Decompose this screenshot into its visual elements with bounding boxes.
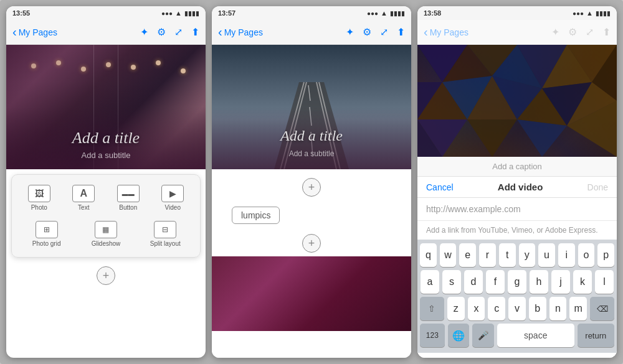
battery-icon-r: ▮▮▮▮ bbox=[596, 10, 611, 17]
key-z[interactable]: z bbox=[447, 297, 465, 320]
time-left: 13:55 bbox=[12, 9, 30, 17]
add-video-title: Add video bbox=[498, 182, 543, 192]
key-w[interactable]: w bbox=[440, 243, 457, 267]
key-c[interactable]: c bbox=[488, 297, 505, 320]
phone-left: 13:55 ●●● ▲ ▮▮▮▮ My Pages ✦ ⚙ ⤢ ⬆ bbox=[6, 6, 206, 358]
glideshow-icon: ▦ bbox=[95, 221, 117, 238]
keyboard: q w e r t y u i o p a s d f g h bbox=[417, 240, 617, 353]
popup-photo-grid[interactable]: ⊞ Photo grid bbox=[18, 217, 75, 251]
svg-marker-27 bbox=[517, 119, 567, 157]
video-icon: ▶ bbox=[161, 185, 184, 202]
key-x[interactable]: x bbox=[468, 297, 485, 320]
middle-subtitle[interactable]: Add a subtitle bbox=[212, 149, 411, 158]
button-icon: ▬▬ bbox=[117, 185, 140, 202]
tag-button[interactable]: lumpics bbox=[232, 207, 280, 224]
hero-title-left[interactable]: Add a title bbox=[6, 129, 206, 147]
key-k[interactable]: k bbox=[573, 270, 592, 294]
popup-button[interactable]: ▬▬ Button bbox=[107, 181, 150, 215]
expand-icon-r[interactable]: ⤢ bbox=[586, 26, 594, 38]
magic-wand-icon-m[interactable]: ✦ bbox=[346, 26, 354, 38]
add-button-middle-top[interactable]: + bbox=[302, 178, 321, 197]
return-key[interactable]: return bbox=[578, 324, 614, 347]
back-button-left[interactable]: My Pages bbox=[12, 25, 57, 39]
key-y[interactable]: y bbox=[519, 243, 536, 267]
popup-photo[interactable]: 🖼 Photo bbox=[18, 181, 60, 215]
popup-split-layout[interactable]: ⊟ Split layout bbox=[137, 217, 194, 251]
key-p[interactable]: p bbox=[597, 243, 614, 267]
share-icon-m[interactable]: ⬆ bbox=[397, 26, 405, 38]
content-left: Add a title Add a subtitle 🖼 Photo A Tex… bbox=[6, 45, 206, 358]
status-bar-middle: 13:57 ●●● ▲ ▮▮▮▮ bbox=[212, 6, 411, 20]
caption-label[interactable]: Add a caption bbox=[417, 157, 617, 177]
back-button-middle[interactable]: My Pages bbox=[218, 25, 263, 39]
key-q[interactable]: q bbox=[420, 243, 437, 267]
nav-actions-middle: ✦ ⚙ ⤢ ⬆ bbox=[346, 26, 405, 38]
magic-wand-icon[interactable]: ✦ bbox=[140, 26, 148, 38]
globe-key[interactable]: 🌐 bbox=[448, 324, 470, 347]
popup-text[interactable]: A Text bbox=[63, 181, 105, 215]
key-f[interactable]: f bbox=[486, 270, 505, 294]
key-j[interactable]: j bbox=[551, 270, 570, 294]
key-e[interactable]: e bbox=[459, 243, 476, 267]
status-icons-right: ●●● ▲ ▮▮▮▮ bbox=[573, 9, 611, 17]
key-b[interactable]: b bbox=[529, 297, 546, 320]
add-icon-m-bottom: + bbox=[308, 237, 315, 250]
key-d[interactable]: d bbox=[464, 270, 483, 294]
key-s[interactable]: s bbox=[442, 270, 461, 294]
key-h[interactable]: h bbox=[530, 270, 548, 294]
key-v[interactable]: v bbox=[508, 297, 526, 320]
signal-icon-m: ●●● bbox=[367, 10, 378, 17]
done-button[interactable]: Done bbox=[587, 182, 608, 192]
wifi-icon: ▲ bbox=[175, 9, 182, 17]
key-l[interactable]: l bbox=[595, 270, 614, 294]
back-button-right[interactable]: My Pages bbox=[424, 25, 468, 39]
expand-icon-m[interactable]: ⤢ bbox=[380, 26, 388, 38]
status-bar-right: 13:58 ●●● ▲ ▮▮▮▮ bbox=[417, 6, 617, 20]
hero-subtitle-left[interactable]: Add a subtitle bbox=[6, 151, 206, 160]
mic-key[interactable]: 🎤 bbox=[472, 324, 494, 347]
gear-icon-r[interactable]: ⚙ bbox=[568, 26, 577, 38]
magic-wand-icon-r[interactable]: ✦ bbox=[551, 26, 559, 38]
numbers-key[interactable]: 123 bbox=[420, 324, 445, 347]
phone-middle: 13:57 ●●● ▲ ▮▮▮▮ My Pages ✦ ⚙ ⤢ ⬆ bbox=[212, 6, 411, 358]
space-key[interactable]: space bbox=[497, 324, 574, 347]
key-g[interactable]: g bbox=[508, 270, 526, 294]
key-t[interactable]: t bbox=[499, 243, 516, 267]
key-u[interactable]: u bbox=[538, 243, 555, 267]
cancel-button[interactable]: Cancel bbox=[426, 182, 454, 192]
key-o[interactable]: o bbox=[578, 243, 595, 267]
key-r[interactable]: r bbox=[479, 243, 496, 267]
share-icon-r[interactable]: ⬆ bbox=[602, 26, 611, 38]
url-input[interactable]: http://www.example.com bbox=[417, 198, 617, 221]
expand-icon[interactable]: ⤢ bbox=[174, 26, 183, 38]
polygon-art bbox=[417, 45, 617, 157]
key-m[interactable]: m bbox=[569, 297, 587, 320]
key-row-2: a s d f g h j k l bbox=[420, 270, 614, 294]
photo-icon: 🖼 bbox=[28, 185, 50, 202]
nav-actions-right: ✦ ⚙ ⤢ ⬆ bbox=[551, 26, 611, 38]
popup-video[interactable]: ▶ Video bbox=[152, 181, 194, 215]
video-dialog: Cancel Add video Done http://www.example… bbox=[417, 177, 617, 358]
shift-key[interactable]: ⇧ bbox=[420, 297, 444, 320]
chevron-left-icon-m bbox=[218, 25, 222, 39]
content-middle: Add a title Add a subtitle + lumpics + bbox=[212, 45, 411, 358]
key-n[interactable]: n bbox=[549, 297, 567, 320]
status-icons-middle: ●●● ▲ ▮▮▮▮ bbox=[367, 9, 405, 17]
key-a[interactable]: a bbox=[421, 270, 439, 294]
split-layout-label: Split layout bbox=[150, 240, 181, 247]
video-toolbar: Cancel Add video Done bbox=[417, 177, 617, 198]
popup-glideshow[interactable]: ▦ Glideshow bbox=[77, 217, 134, 251]
add-button-left[interactable]: + bbox=[97, 266, 115, 285]
back-label-middle: My Pages bbox=[224, 27, 263, 37]
gear-icon-m[interactable]: ⚙ bbox=[363, 26, 371, 38]
time-middle: 13:57 bbox=[218, 9, 235, 17]
nav-bar-left: My Pages ✦ ⚙ ⤢ ⬆ bbox=[6, 20, 206, 45]
gear-icon[interactable]: ⚙ bbox=[157, 26, 166, 38]
video-label: Video bbox=[165, 204, 181, 211]
share-icon[interactable]: ⬆ bbox=[191, 26, 199, 38]
caption-image bbox=[417, 45, 617, 157]
delete-key[interactable]: ⌫ bbox=[590, 297, 614, 320]
key-i[interactable]: i bbox=[558, 243, 575, 267]
middle-title[interactable]: Add a title bbox=[212, 128, 411, 144]
add-button-middle-bottom[interactable]: + bbox=[302, 234, 321, 253]
